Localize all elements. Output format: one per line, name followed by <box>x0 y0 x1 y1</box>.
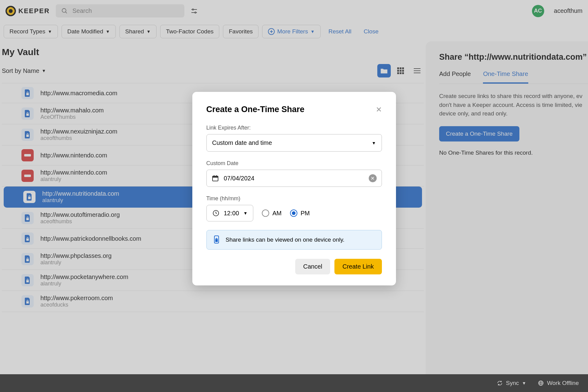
chevron-down-icon: ▼ <box>372 141 376 145</box>
am-radio[interactable]: AM <box>262 209 281 217</box>
radio-icon <box>262 209 269 217</box>
expires-label: Link Expires After: <box>206 125 382 131</box>
time-label: Time (hh/mm) <box>206 195 382 202</box>
pm-radio[interactable]: PM <box>290 209 310 217</box>
calendar-icon <box>212 175 219 182</box>
radio-icon <box>290 209 297 217</box>
chevron-down-icon: ▼ <box>243 211 248 216</box>
info-banner: Share links can be viewed on one device … <box>206 230 382 250</box>
custom-date-input[interactable]: 07/04/2024 ✕ <box>206 170 382 187</box>
svg-rect-33 <box>213 176 218 178</box>
cancel-button[interactable]: Cancel <box>295 259 330 274</box>
create-one-time-share-modal: Create a One-Time Share ✕ Link Expires A… <box>192 92 396 285</box>
close-icon[interactable]: ✕ <box>376 105 382 114</box>
time-select[interactable]: 12:00 ▼ <box>206 205 254 221</box>
create-link-button[interactable]: Create Link <box>334 259 382 274</box>
modal-title: Create a One-Time Share <box>206 105 305 114</box>
clock-icon <box>212 209 220 217</box>
expires-select[interactable]: Custom date and time ▼ <box>206 134 382 152</box>
modal-overlay[interactable]: Create a One-Time Share ✕ Link Expires A… <box>0 0 588 392</box>
svg-rect-38 <box>216 239 217 242</box>
clear-date-icon[interactable]: ✕ <box>369 174 377 182</box>
device-lock-icon <box>213 235 220 244</box>
custom-date-label: Custom Date <box>206 160 382 167</box>
date-value: 07/04/2024 <box>224 175 254 182</box>
